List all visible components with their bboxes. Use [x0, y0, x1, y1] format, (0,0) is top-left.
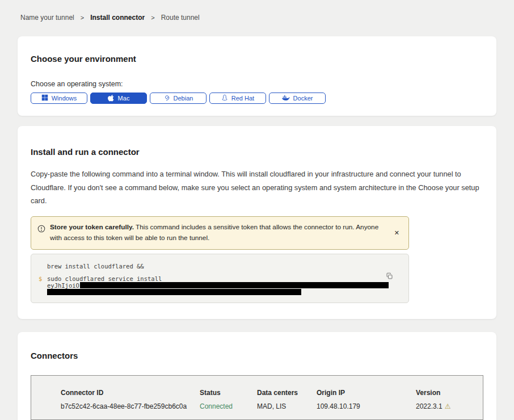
header-origin-ip: Origin IP	[317, 389, 416, 397]
status-badge: Connected	[200, 402, 257, 410]
os-button-label: Windows	[52, 95, 77, 102]
breadcrumb-name-your-tunnel[interactable]: Name your tunnel	[20, 14, 74, 22]
token-warning-text: Store your token carefully. This command…	[50, 222, 387, 244]
copy-command-button[interactable]	[385, 271, 394, 283]
windows-logo-icon	[41, 94, 48, 102]
os-button-redhat[interactable]: Red Hat	[209, 93, 266, 104]
os-button-docker[interactable]: Docker	[269, 93, 326, 104]
code-line-1-text: brew install cloudflared &&	[47, 263, 386, 270]
os-button-label: Red Hat	[231, 95, 254, 102]
apple-logo-icon	[108, 94, 115, 103]
token-line: eyJhIjoiO	[47, 282, 389, 289]
install-card-title: Install and run a connector	[31, 147, 483, 157]
environment-card-title: Choose your environment	[31, 54, 483, 64]
os-button-row: Windows Mac Debian Red Hat Docker	[31, 93, 483, 104]
code-line-1: brew install cloudflared &&	[39, 263, 386, 270]
token-redaction-bar-1	[80, 282, 389, 288]
connectors-table: Connector ID Status Data centers Origin …	[31, 375, 483, 420]
connector-id-value: b7c52c42-6caa-48ee-8c77-fbe259cb6c0a	[61, 402, 200, 410]
os-button-windows[interactable]: Windows	[31, 93, 87, 104]
warning-close-button[interactable]: ✕	[392, 228, 402, 238]
token-redaction-bar-2	[47, 289, 301, 295]
connector-table-row: b7c52c42-6caa-48ee-8c77-fbe259cb6c0a Con…	[61, 402, 477, 410]
choose-environment-card: Choose your environment Choose an operat…	[18, 36, 496, 116]
os-button-mac[interactable]: Mac	[90, 93, 147, 104]
header-version: Version	[416, 389, 477, 397]
token-prefix: eyJhIjoiO	[47, 282, 79, 289]
origin-ip-value: 109.48.10.179	[317, 402, 416, 410]
copy-icon	[386, 273, 393, 282]
data-centers-value: MAD, LIS	[257, 402, 317, 410]
breadcrumb-separator: >	[81, 14, 84, 21]
breadcrumb-install-connector[interactable]: Install connector	[90, 14, 145, 22]
header-data-centers: Data centers	[257, 389, 317, 397]
install-command-code-block: brew install cloudflared && $ sudo cloud…	[31, 254, 409, 303]
header-connector-id: Connector ID	[61, 389, 200, 397]
os-button-label: Mac	[118, 95, 130, 102]
version-number: 2022.3.1	[416, 402, 443, 410]
os-button-label: Debian	[174, 95, 193, 102]
os-select-label: Choose an operating system:	[31, 80, 483, 88]
debian-swirl-icon	[163, 94, 170, 102]
code-line-2-text: sudo cloudflared service install	[47, 275, 162, 282]
code-line-2: $ sudo cloudflared service install eyJhI…	[39, 275, 386, 295]
token-warning-banner: Store your token carefully. This command…	[31, 216, 409, 250]
header-status: Status	[200, 389, 257, 397]
breadcrumb-route-tunnel[interactable]: Route tunnel	[161, 14, 200, 22]
connectors-table-header-row: Connector ID Status Data centers Origin …	[61, 389, 477, 397]
version-value: 2022.3.1 ⚠	[416, 402, 477, 410]
code-line-2-group: sudo cloudflared service install eyJhIjo…	[47, 275, 389, 295]
docker-whale-icon	[282, 95, 290, 102]
breadcrumb-separator: >	[151, 14, 154, 21]
os-button-label: Docker	[293, 95, 313, 102]
install-description: Copy-paste the following command into a …	[31, 167, 483, 208]
shell-prompt: $	[39, 275, 47, 282]
version-warning-icon[interactable]: ⚠	[445, 403, 451, 410]
redhat-icon	[221, 94, 228, 103]
os-button-debian[interactable]: Debian	[150, 93, 207, 104]
connectors-card: Connectors Connector ID Status Data cent…	[18, 332, 496, 420]
token-warning-bold: Store your token carefully.	[50, 223, 134, 231]
breadcrumb: Name your tunnel > Install connector > R…	[0, 0, 514, 22]
install-connector-card: Install and run a connector Copy-paste t…	[18, 126, 496, 319]
info-circle-icon	[37, 225, 45, 236]
connectors-card-title: Connectors	[31, 351, 483, 360]
